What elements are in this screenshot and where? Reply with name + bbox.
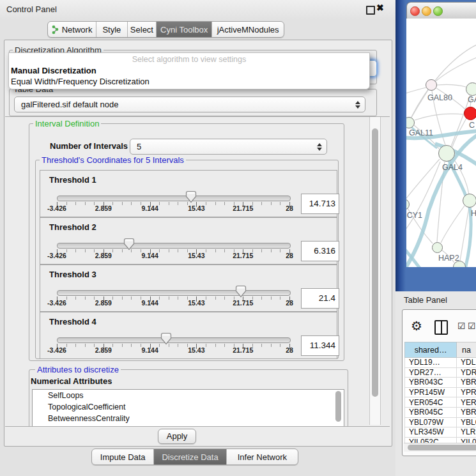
node-label: GAL4 [442, 163, 463, 172]
minor-tick [178, 249, 178, 252]
algorithm-option-equal-width-frequency-discretization[interactable]: Equal Width/Frequency Discretization [9, 76, 369, 87]
minimize-traffic-light[interactable] [422, 6, 431, 16]
table-cell[interactable]: YER0 [457, 397, 476, 408]
table-row[interactable]: YDL19…YDL1 [405, 358, 476, 368]
network-node-h[interactable] [463, 194, 476, 208]
tab-discretize-data[interactable]: Discretize Data [153, 449, 226, 464]
threshold-slider-track[interactable] [57, 290, 291, 296]
minor-tick [131, 344, 132, 347]
scrollbar-thumb[interactable] [372, 128, 378, 397]
table-cell[interactable]: YDL1 [457, 358, 476, 368]
threshold-slider-track[interactable] [57, 337, 291, 343]
tick-label: 2.859 [95, 346, 112, 354]
scrollbar-thumb[interactable] [408, 445, 476, 450]
table-cell[interactable]: YBL079W [405, 417, 457, 427]
tab-label: jActiveMNodules [217, 25, 279, 35]
table-cell[interactable]: YBR0 [457, 378, 476, 388]
table-row[interactable]: YER054CYER0 [405, 397, 476, 408]
table-cell[interactable]: YPR1 [457, 387, 476, 397]
algorithm-option-manual-discretization[interactable]: Manual Discretization [9, 65, 369, 76]
threshold-value-field[interactable]: 11.344 [301, 335, 339, 356]
threshold-value-field[interactable]: 6.316 [301, 241, 339, 261]
gear-icon[interactable]: ⚙ [411, 318, 422, 334]
tick-label: 28 [286, 252, 293, 259]
threshold-slider-handle[interactable] [235, 285, 247, 300]
table-cell[interactable]: YBL0 [457, 417, 476, 427]
network-canvas[interactable]: GAL80GACGAL11GAL4GCY1HHAP2 [406, 19, 476, 267]
table-row[interactable]: YBL079WYBL0 [405, 417, 476, 427]
threshold-value-field[interactable]: 14.713 [301, 194, 339, 214]
minor-tick [75, 344, 76, 347]
table-data-selected-value: galFiltered.sif default node [15, 100, 353, 109]
threshold-row-4: Threshold 4-3.4262.8599.14415.4321.71528… [40, 312, 337, 359]
threshold-slider-handle[interactable] [123, 238, 135, 253]
tick-label: 9.144 [141, 346, 158, 354]
tab-style[interactable]: Style [96, 22, 127, 37]
number-of-intervals-combobox[interactable]: 5 [130, 139, 327, 155]
threshold-slider-track[interactable] [57, 243, 291, 249]
list-scrollbar[interactable] [335, 391, 342, 424]
minor-tick [224, 202, 225, 205]
close-icon[interactable]: ✖ [376, 3, 384, 13]
table-cell[interactable]: YBR0 [457, 407, 476, 417]
numerical-attributes-label: Numerical Attributes [31, 376, 112, 386]
algorithm-placeholder: Select algorithm to view settings [9, 54, 369, 65]
table-hscrollbar[interactable] [404, 443, 476, 452]
network-window-titlebar[interactable] [406, 2, 476, 20]
table-row[interactable]: YDR27…YDR2 [405, 367, 476, 378]
minor-tick [159, 344, 160, 347]
table-row[interactable]: YBR043CYBR0 [405, 378, 476, 388]
threshold-slider-handle[interactable] [185, 190, 197, 206]
minor-tick [122, 202, 123, 205]
attribute-item-topologicalcoefficient[interactable]: TopologicalCoefficient [33, 401, 344, 413]
table-row[interactable]: YLR345WYLR3 [405, 427, 476, 438]
table-cell[interactable]: YBR045C [405, 407, 457, 417]
column-header-name[interactable]: na [457, 342, 476, 358]
table-cell[interactable]: YDR2 [457, 367, 476, 378]
close-traffic-light[interactable] [410, 6, 420, 16]
checkbox-icon[interactable]: ☑ [468, 321, 476, 331]
zoom-traffic-light[interactable] [433, 6, 443, 16]
apply-button[interactable]: Apply [158, 429, 196, 444]
network-node-c[interactable] [464, 107, 476, 120]
node-table: shared… na YDL19…YDL1YDR27…YDR2YBR043CYB… [404, 342, 476, 447]
settings-scroll-area: Interval Definition Number of Intervals … [5, 116, 390, 427]
tab-cyni-toolbox[interactable]: Cyni Toolbox [156, 22, 211, 37]
threshold-slider-track[interactable] [57, 196, 291, 201]
panel-scrollbar[interactable] [369, 117, 381, 425]
interval-definition-label: Interval Definition [33, 119, 101, 128]
threshold-label: Threshold 2 [49, 222, 96, 232]
attribute-item-betweennesscentrality[interactable]: BetweennessCentrality [33, 413, 344, 424]
network-node-gal4[interactable] [438, 145, 455, 162]
table-data-combobox[interactable]: galFiltered.sif default node [14, 96, 365, 112]
attribute-item-selfloops[interactable]: SelfLoops [33, 390, 344, 401]
minor-tick [85, 344, 86, 347]
scrollbar-thumb[interactable] [335, 391, 341, 422]
table-cell[interactable]: YDL19… [405, 358, 457, 368]
tick-label: -3.426 [47, 299, 66, 307]
tab-network[interactable]: Network [48, 22, 96, 37]
threshold-slider-handle[interactable] [160, 332, 172, 348]
table-cell[interactable]: YER054C [405, 397, 457, 408]
table-row[interactable]: YBR045CYBR0 [405, 407, 476, 417]
table-cell[interactable]: YBR043C [405, 378, 457, 388]
tab-select[interactable]: Select [127, 22, 157, 37]
network-node-ga[interactable] [466, 82, 476, 96]
table-cell[interactable]: YLR3 [457, 427, 476, 438]
tab-jactivemnodules[interactable]: jActiveMNodules [211, 22, 284, 37]
network-node-hap2[interactable] [432, 242, 443, 253]
minor-tick [280, 202, 280, 205]
float-window-icon[interactable] [366, 6, 375, 15]
network-node-gal80[interactable] [426, 79, 437, 91]
tab-impute-data[interactable]: Impute Data [92, 449, 153, 464]
table-cell[interactable]: YDR27… [405, 367, 457, 378]
minor-tick [169, 202, 169, 205]
table-cell[interactable]: YPR145W [405, 387, 457, 397]
table-row[interactable]: YPR145WYPR1 [405, 387, 476, 397]
column-header-shared-name[interactable]: shared… [405, 342, 457, 358]
split-columns-icon[interactable] [434, 320, 448, 335]
table-cell[interactable]: YLR345W [405, 427, 457, 438]
checkbox-icon[interactable]: ☑ [457, 321, 466, 331]
tab-infer-network[interactable]: Infer Network [226, 449, 298, 464]
threshold-value-field[interactable]: 21.4 [301, 288, 339, 309]
